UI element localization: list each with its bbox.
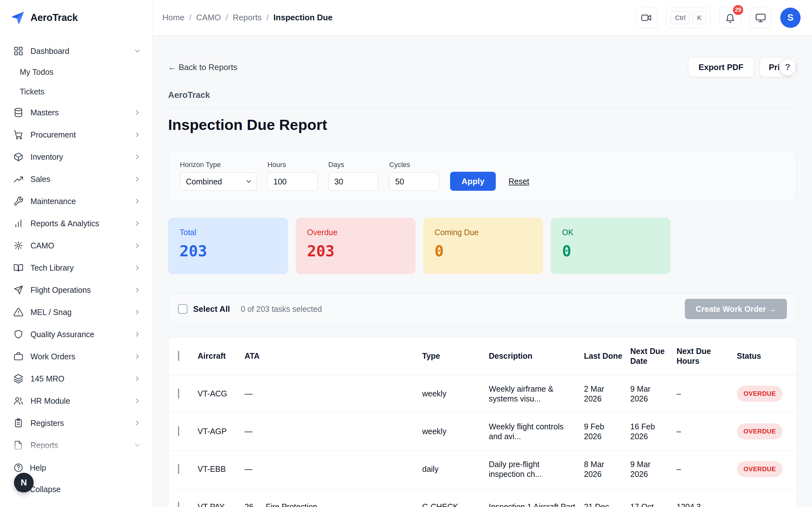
sidebar-item-work-orders[interactable]: Work Orders: [0, 345, 152, 368]
apply-button[interactable]: Apply: [450, 172, 496, 191]
row-checkbox[interactable]: [178, 426, 179, 436]
sidebar-item-tech-library[interactable]: Tech Library: [0, 257, 152, 279]
column-header-next-due-date: Next Due Date: [630, 337, 676, 375]
chevron-right-icon: [134, 109, 141, 116]
row-checkbox[interactable]: [178, 389, 179, 399]
sidebar-item-flight-operations[interactable]: Flight Operations: [0, 279, 152, 301]
filter-panel: Horizon Type Combined Hours Days Cycles: [168, 151, 797, 201]
breadcrumb-separator: /: [226, 13, 228, 22]
cell-next-due-date: 17 Oct: [630, 488, 676, 507]
stat-value: 203: [180, 242, 276, 260]
sidebar-item-inventory[interactable]: Inventory: [0, 146, 152, 168]
wrench-icon: [13, 196, 23, 206]
table-header-row: Aircraft ATA Type Description Last Done …: [168, 337, 797, 375]
column-header-next-due-hours: Next Due Hours: [676, 337, 737, 375]
chevron-right-icon: [134, 419, 141, 427]
layers-icon: [13, 374, 23, 384]
status-badge: OVERDUE: [737, 386, 782, 402]
cell-ata: —: [245, 450, 422, 488]
cell-description: Weekly flight controls and avi...: [489, 412, 584, 450]
reset-link[interactable]: Reset: [508, 177, 529, 186]
display-mode-button[interactable]: [750, 7, 771, 29]
days-input[interactable]: [328, 172, 378, 191]
avatar[interactable]: S: [780, 8, 801, 28]
sidebar-item-masters[interactable]: Masters: [0, 101, 152, 124]
main-area: Home / CAMO / Reports / Inspection Due C…: [152, 0, 812, 507]
paper-plane-logo-icon: [11, 10, 26, 25]
topbar-actions: Ctrl K 29 S: [636, 7, 801, 29]
status-badge: OVERDUE: [737, 424, 782, 440]
stat-label: Overdue: [307, 228, 404, 237]
chevron-right-icon: [134, 198, 141, 205]
row-checkbox[interactable]: [178, 464, 179, 474]
sidebar-item-dashboard[interactable]: Dashboard: [0, 40, 152, 62]
topbar: Home / CAMO / Reports / Inspection Due C…: [152, 0, 812, 36]
cell-type: daily: [422, 450, 489, 488]
create-work-order-button[interactable]: Create Work Order →: [685, 299, 787, 319]
breadcrumb-reports[interactable]: Reports: [233, 13, 262, 22]
hours-label: Hours: [267, 161, 317, 169]
table-row: VT-PAY 26 — Fire Protection C-CHECK Insp…: [168, 488, 797, 507]
export-pdf-button[interactable]: Export PDF: [688, 57, 754, 77]
stat-value: 0: [435, 242, 531, 260]
plane-icon: [13, 285, 23, 295]
select-all-checkbox[interactable]: [178, 304, 188, 314]
page-content: ← Back to Reports Export PDF Print ? Aer…: [152, 36, 812, 507]
chevron-right-icon: [134, 242, 141, 249]
row-checkbox[interactable]: [178, 502, 179, 507]
video-camera-icon: [641, 12, 652, 23]
sidebar-item-145-mro[interactable]: 145 MRO: [0, 368, 152, 390]
cycles-field: Cycles: [389, 161, 439, 191]
cell-next-due-hours: –: [676, 375, 737, 412]
divider: [168, 108, 797, 109]
help-label: Help: [30, 463, 46, 472]
sidebar-item-camo[interactable]: CAMO: [0, 234, 152, 257]
notifications: 29: [719, 7, 741, 29]
chevron-right-icon: [134, 220, 141, 227]
cell-next-due-hours: –: [676, 450, 737, 488]
header-checkbox[interactable]: [178, 351, 179, 361]
breadcrumb-camo[interactable]: CAMO: [196, 13, 221, 22]
sidebar-item-maintenance[interactable]: Maintenance: [0, 190, 152, 212]
table-row: VT-AGP — weekly Weekly flight controls a…: [168, 412, 797, 450]
table-row: VT-ACG — weekly Weekly airframe & system…: [168, 375, 797, 412]
sidebar-item-mel-snag[interactable]: MEL / Snag: [0, 301, 152, 323]
stat-card-total: Total 203: [168, 218, 288, 274]
stat-label: Total: [180, 228, 276, 237]
chevron-right-icon: [134, 175, 141, 183]
horizon-type-label: Horizon Type: [180, 161, 257, 169]
back-to-reports-link[interactable]: ← Back to Reports: [168, 62, 237, 72]
help-circle-icon: [13, 463, 23, 473]
trending-up-icon: [13, 174, 23, 184]
hours-input[interactable]: [267, 172, 317, 191]
sidebar-item-tickets[interactable]: Tickets: [0, 82, 152, 101]
page-title: Inspection Due Report: [168, 116, 797, 134]
stat-label: OK: [562, 228, 659, 237]
sidebar-item-procurement[interactable]: Procurement: [0, 124, 152, 146]
command-palette-shortcut[interactable]: Ctrl K: [666, 8, 711, 28]
bar-chart-icon: [13, 218, 23, 228]
cycles-input[interactable]: [389, 172, 439, 191]
stat-value: 0: [562, 242, 659, 260]
book-icon: [13, 263, 23, 273]
sidebar-item-quality-assurance[interactable]: Quality Assurance: [0, 323, 152, 345]
breadcrumb-home[interactable]: Home: [162, 13, 184, 22]
clipboard-icon: [13, 418, 23, 428]
cell-next-due-hours: 1204.3: [676, 488, 737, 507]
help-fab-button[interactable]: ?: [779, 59, 796, 76]
sidebar-item-reports-analytics[interactable]: Reports & Analytics: [0, 212, 152, 234]
brand-name: AeroTrack: [31, 12, 78, 23]
floating-widget-button[interactable]: N: [14, 473, 34, 493]
screen-record-button[interactable]: [636, 7, 657, 29]
chevron-right-icon: [134, 375, 141, 383]
cell-last-done: 8 Mar 2026: [584, 450, 630, 488]
sidebar-item-my-todos[interactable]: My Todos: [0, 62, 152, 82]
cart-icon: [13, 130, 23, 140]
users-icon: [13, 396, 23, 406]
brand-logo[interactable]: AeroTrack: [0, 0, 152, 36]
sidebar-item-hr-module[interactable]: HR Module: [0, 390, 152, 412]
sidebar-item-sales[interactable]: Sales: [0, 168, 152, 190]
sidebar-item-registers[interactable]: Registers: [0, 412, 152, 434]
horizon-type-select[interactable]: Combined: [180, 172, 257, 191]
cell-aircraft: VT-PAY: [198, 488, 245, 507]
